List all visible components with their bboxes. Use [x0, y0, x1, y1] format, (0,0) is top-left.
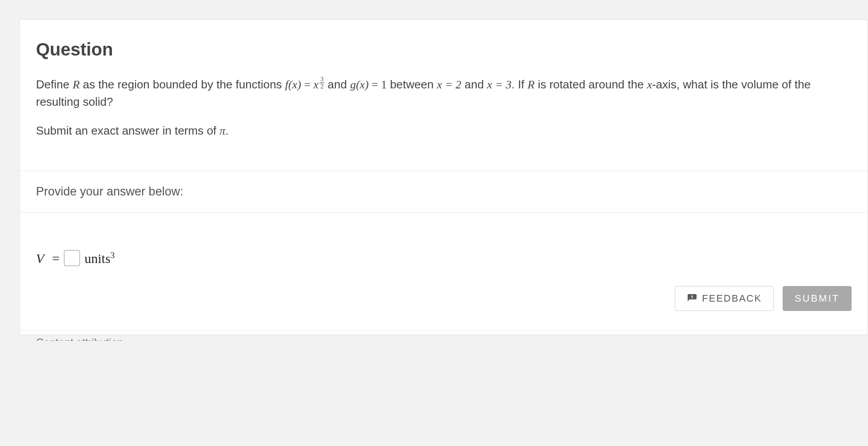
answer-input[interactable] — [64, 250, 80, 266]
submit-label: SUBMIT — [795, 293, 840, 304]
feedback-label: FEEDBACK — [702, 293, 762, 304]
math-x2: x = 3 — [487, 78, 511, 91]
math-gx: g(x) — [350, 78, 369, 91]
feedback-button[interactable]: FEEDBACK — [675, 286, 774, 311]
button-row: FEEDBACK SUBMIT — [20, 277, 868, 324]
math-x1: x = 2 — [437, 78, 461, 91]
math-R: R — [72, 78, 80, 91]
math-exponent-fraction: 32 — [319, 76, 324, 89]
submit-button[interactable]: SUBMIT — [783, 286, 852, 311]
prompt-label: Provide your answer below: — [36, 183, 852, 201]
content-attribution: Content attribution — [20, 331, 868, 341]
question-card: Question Define R as the region bounded … — [20, 20, 868, 335]
math-pi: π — [219, 124, 225, 137]
math-fx: f(x) — [285, 78, 301, 91]
question-section: Question Define R as the region bounded … — [20, 20, 868, 171]
math-x: x — [314, 78, 319, 91]
question-title: Question — [36, 36, 852, 63]
question-body: Define R as the region bounded by the fu… — [36, 76, 852, 139]
answer-variable: V — [36, 248, 44, 268]
question-instruction: Submit an exact answer in terms of π. — [36, 122, 852, 139]
answer-section: V = units3 — [20, 213, 868, 277]
answer-units: units3 — [84, 248, 115, 268]
feedback-icon — [687, 293, 697, 304]
prompt-section: Provide your answer below: — [20, 171, 868, 212]
answer-equals: = — [52, 248, 60, 268]
question-text: Define R as the region bounded by the fu… — [36, 76, 852, 111]
answer-line: V = units3 — [36, 248, 852, 268]
